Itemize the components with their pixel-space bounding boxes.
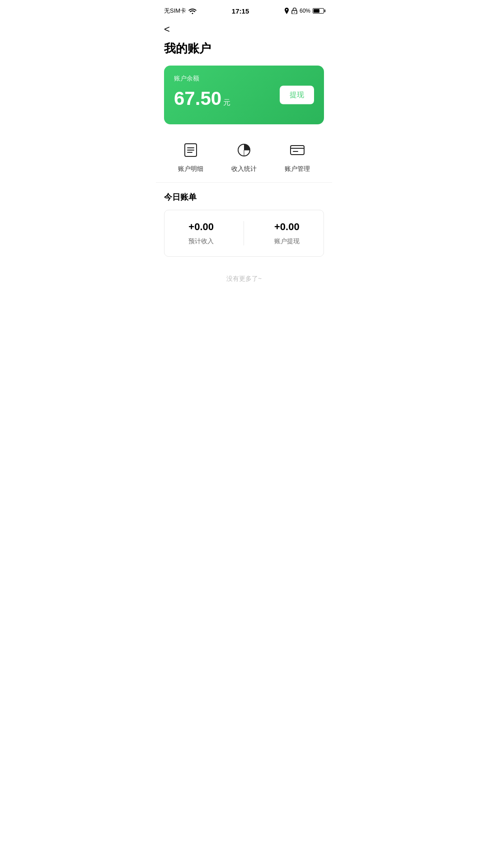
wifi-icon	[188, 8, 197, 14]
action-account-detail-label: 账户明细	[178, 165, 203, 173]
svg-point-1	[294, 12, 295, 13]
bill-item-divider	[244, 221, 244, 245]
quick-actions: 账户明细 收入统计 账户管理	[156, 135, 332, 182]
bill-withdrawal-item: +0.00 账户提现	[274, 221, 300, 245]
page-title: 我的账户	[156, 37, 332, 66]
action-account-manage[interactable]: 账户管理	[271, 140, 324, 173]
balance-unit: 元	[223, 98, 230, 108]
action-account-detail[interactable]: 账户明细	[164, 140, 217, 173]
balance-number: 67.50	[174, 89, 221, 108]
battery-icon	[313, 8, 324, 14]
bill-income-amount: +0.00	[188, 221, 214, 233]
status-time: 17:15	[232, 7, 249, 15]
back-button[interactable]: <	[156, 20, 332, 37]
no-sim-text: 无SIM卡	[164, 7, 186, 15]
action-income-stats-label: 收入统计	[231, 165, 257, 173]
battery-percent: 60%	[300, 8, 310, 14]
no-more-text: 没有更多了~	[156, 268, 332, 290]
withdraw-button[interactable]: 提现	[280, 86, 314, 104]
list-icon	[180, 140, 201, 160]
action-income-stats[interactable]: 收入统计	[217, 140, 271, 173]
bill-withdrawal-amount: +0.00	[274, 221, 300, 233]
status-left: 无SIM卡	[164, 7, 197, 15]
chart-icon	[234, 140, 254, 160]
status-right: 60%	[284, 8, 324, 14]
lock-icon	[291, 8, 297, 14]
balance-card: 账户余额 67.50 元 提现	[164, 66, 324, 124]
status-bar: 无SIM卡 17:15 60%	[156, 0, 332, 20]
section-divider	[156, 182, 332, 183]
bill-card: +0.00 预计收入 +0.00 账户提现	[164, 210, 324, 257]
back-arrow-icon: <	[164, 24, 170, 35]
svg-rect-7	[291, 146, 304, 155]
card-icon	[287, 140, 308, 160]
bill-withdrawal-label: 账户提现	[274, 237, 300, 245]
action-account-manage-label: 账户管理	[285, 165, 310, 173]
location-icon	[284, 8, 289, 14]
balance-label: 账户余额	[174, 75, 314, 83]
bill-income-item: +0.00 预计收入	[188, 221, 214, 245]
section-title: 今日账单	[156, 192, 332, 210]
bill-income-label: 预计收入	[188, 237, 214, 245]
